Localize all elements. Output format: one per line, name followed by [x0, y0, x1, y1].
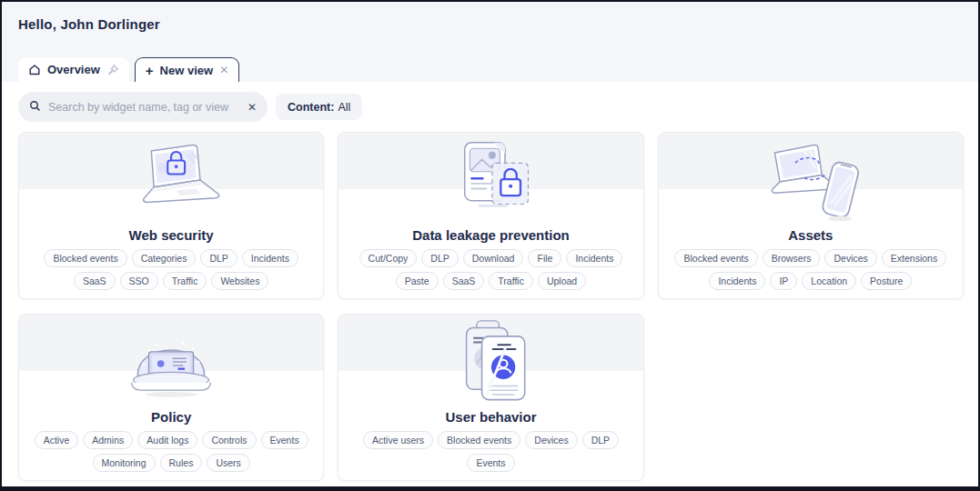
content-filter-value: All: [338, 101, 350, 114]
content-filter-label: Content:: [288, 101, 334, 114]
tag-pill[interactable]: DLP: [200, 249, 237, 267]
tag-pill[interactable]: Active users: [363, 431, 433, 449]
tag-pill[interactable]: Extensions: [882, 249, 946, 267]
card-illustration: [747, 137, 874, 226]
tab-overview[interactable]: Overview: [18, 57, 129, 82]
tag-pill[interactable]: Incidents: [566, 249, 622, 267]
tag-pill[interactable]: Location: [802, 272, 856, 290]
main-content: ✕ Content: All Web security Blocked even…: [2, 82, 978, 481]
page-title: Hello, John Dorlinger: [18, 16, 962, 32]
search-clear-icon[interactable]: ✕: [248, 101, 257, 114]
content-filter[interactable]: Content: All: [276, 94, 362, 120]
tag-pill[interactable]: SaaS: [74, 272, 116, 290]
card-tags: Cut/CopyDLPDownloadFileIncidentsPasteSaa…: [338, 249, 642, 290]
pin-icon[interactable]: [106, 64, 119, 76]
tag-pill[interactable]: Devices: [525, 431, 577, 449]
tab-new-view[interactable]: + New view ✕: [135, 57, 239, 82]
widget-category-card[interactable]: Web security Blocked eventsCategoriesDLP…: [18, 132, 324, 299]
card-tags: ActiveAdminsAudit logsControlsEventsMoni…: [19, 431, 323, 472]
tag-pill[interactable]: Users: [207, 454, 249, 472]
tag-pill[interactable]: Browsers: [763, 249, 821, 267]
app-window: Hello, John Dorlinger Overview + New vie…: [0, 0, 980, 491]
close-tab-icon[interactable]: ✕: [219, 64, 228, 76]
tag-pill[interactable]: Controls: [202, 431, 256, 449]
tag-pill[interactable]: DLP: [421, 249, 458, 267]
toolbar: ✕ Content: All: [18, 92, 964, 122]
tag-pill[interactable]: Traffic: [163, 272, 207, 290]
tag-pill[interactable]: Devices: [824, 249, 876, 267]
search-input[interactable]: [48, 101, 240, 114]
card-tags: Blocked eventsCategoriesDLPIncidentsSaaS…: [19, 249, 323, 290]
tag-pill[interactable]: Traffic: [489, 272, 533, 290]
tag-pill[interactable]: Categories: [132, 249, 197, 267]
tag-pill[interactable]: Websites: [211, 272, 268, 290]
tag-pill[interactable]: Audit logs: [137, 431, 197, 449]
card-title: Policy: [151, 409, 191, 425]
card-tags: Blocked eventsBrowsersDevicesExtensionsI…: [659, 249, 963, 290]
tab-bar: Overview + New view ✕: [18, 57, 962, 82]
widget-category-card[interactable]: User behavior Active usersBlocked events…: [338, 314, 643, 481]
widget-category-card[interactable]: Policy ActiveAdminsAudit logsControlsEve…: [18, 314, 324, 481]
tag-pill[interactable]: SaaS: [443, 272, 485, 290]
tag-pill[interactable]: Monitoring: [93, 454, 156, 472]
card-title: Data leakage prevention: [412, 227, 570, 243]
search-box[interactable]: ✕: [18, 92, 268, 122]
card-illustration: [427, 137, 554, 226]
tag-pill[interactable]: Posture: [861, 272, 912, 290]
tab-new-view-label: New view: [160, 64, 214, 77]
tag-pill[interactable]: SSO: [120, 272, 158, 290]
card-illustration: [427, 319, 554, 408]
widget-category-card[interactable]: Data leakage prevention Cut/CopyDLPDownl…: [338, 132, 643, 299]
tag-pill[interactable]: Events: [261, 431, 308, 449]
tab-overview-label: Overview: [47, 63, 100, 76]
tag-pill[interactable]: Upload: [538, 272, 586, 290]
tag-pill[interactable]: File: [528, 249, 561, 267]
tag-pill[interactable]: Incidents: [709, 272, 765, 290]
tag-pill[interactable]: Blocked events: [438, 431, 520, 449]
tag-pill[interactable]: Blocked events: [674, 249, 757, 267]
card-title: Assets: [788, 227, 833, 243]
header: Hello, John Dorlinger Overview + New vie…: [2, 2, 978, 82]
tag-pill[interactable]: DLP: [582, 431, 619, 449]
card-illustration: [107, 137, 235, 226]
tag-pill[interactable]: Admins: [83, 431, 133, 449]
tag-pill[interactable]: Cut/Copy: [359, 249, 418, 267]
cards-grid: Web security Blocked eventsCategoriesDLP…: [18, 132, 964, 481]
plus-icon: +: [146, 64, 154, 77]
card-tags: Active usersBlocked eventsDevicesDLPEven…: [338, 431, 642, 472]
card-title: Web security: [129, 227, 214, 243]
tag-pill[interactable]: Paste: [396, 272, 439, 290]
tag-pill[interactable]: IP: [770, 272, 797, 290]
card-title: User behavior: [445, 409, 536, 425]
tag-pill[interactable]: Events: [467, 454, 514, 472]
card-illustration: [107, 319, 235, 408]
home-icon: [28, 64, 41, 76]
tag-pill[interactable]: Active: [35, 431, 79, 449]
search-icon: [29, 99, 41, 115]
tag-pill[interactable]: Blocked events: [44, 249, 126, 267]
tag-pill[interactable]: Download: [463, 249, 524, 267]
tag-pill[interactable]: Rules: [160, 454, 203, 472]
tag-pill[interactable]: Incidents: [242, 249, 298, 267]
widget-category-card[interactable]: Assets Blocked eventsBrowsersDevicesExte…: [658, 132, 964, 299]
